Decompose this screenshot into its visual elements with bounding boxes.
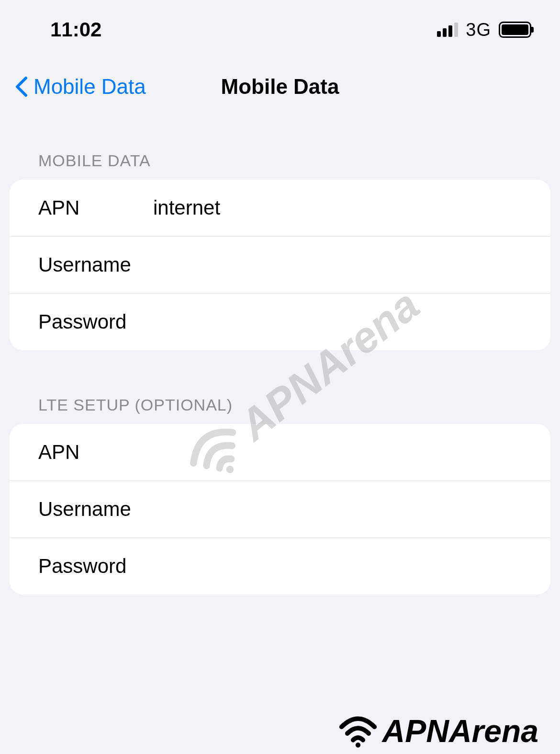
section-card: APN Username Password	[10, 424, 550, 594]
field-label: APN	[38, 196, 153, 219]
field-username[interactable]: Username	[10, 237, 550, 294]
back-button[interactable]: Mobile Data	[14, 75, 146, 99]
page-title: Mobile Data	[221, 75, 339, 99]
username-input[interactable]	[153, 253, 522, 276]
field-label: Password	[38, 310, 153, 333]
field-label: Username	[38, 498, 153, 521]
section-lte-setup: LTE SETUP (OPTIONAL) APN Username Passwo…	[10, 396, 550, 594]
back-label: Mobile Data	[34, 75, 146, 99]
bottom-logo: APNArena	[337, 713, 538, 749]
svg-point-1	[355, 743, 360, 747]
signal-icon	[437, 23, 458, 37]
field-username[interactable]: Username	[10, 481, 550, 538]
field-password[interactable]: Password	[10, 294, 550, 350]
section-header: MOBILE DATA	[10, 151, 550, 180]
chevron-left-icon	[14, 76, 29, 97]
status-time: 11:02	[50, 18, 101, 41]
section-mobile-data: MOBILE DATA APN Username Password	[10, 151, 550, 350]
password-input[interactable]	[153, 310, 522, 333]
navigation-bar: Mobile Data Mobile Data	[0, 51, 560, 123]
wifi-icon	[337, 714, 379, 748]
lte-password-input[interactable]	[153, 555, 522, 578]
lte-username-input[interactable]	[153, 498, 522, 521]
field-password[interactable]: Password	[10, 538, 550, 594]
network-type: 3G	[466, 20, 491, 40]
content: MOBILE DATA APN Username Password LTE SE…	[0, 123, 560, 594]
field-label: APN	[38, 441, 153, 464]
section-header: LTE SETUP (OPTIONAL)	[10, 396, 550, 424]
lte-apn-input[interactable]	[153, 441, 522, 464]
field-label: Username	[38, 253, 153, 276]
field-label: Password	[38, 555, 153, 578]
field-apn[interactable]: APN	[10, 424, 550, 481]
status-bar: 11:02 3G	[0, 0, 560, 51]
status-right: 3G	[437, 20, 531, 40]
section-card: APN Username Password	[10, 180, 550, 350]
battery-icon	[499, 22, 531, 38]
field-apn[interactable]: APN	[10, 180, 550, 237]
apn-input[interactable]	[153, 196, 522, 219]
bottom-logo-text: APNArena	[382, 713, 538, 749]
